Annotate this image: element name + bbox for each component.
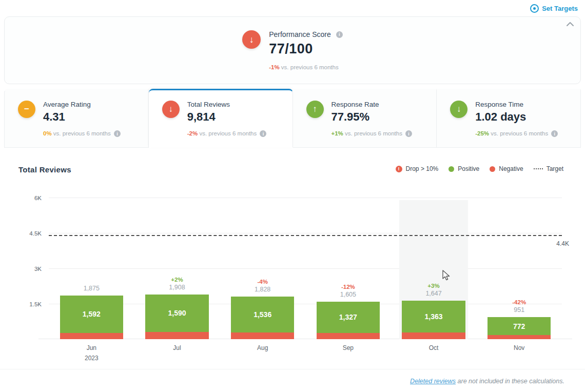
set-targets-link[interactable]: Set Targets [530,4,578,13]
collapse-chevron-icon[interactable] [565,20,575,30]
bar-sep[interactable]: 1,327 [317,302,380,340]
total-count-label: 1,908 [134,284,220,291]
x-label-sep: Sep [305,344,391,362]
legend-label: Drop > 10% [406,165,439,172]
total-count-label: 1,647 [391,290,477,297]
performance-trend-down-icon: ↓ [242,30,261,49]
bar-chart-plot: 1.5K3K4.5K6K1,5921,8751,5901,908+2%1,536… [49,187,562,339]
bar-slot-sep: 1,3271,605-12% [305,187,391,339]
performance-change-suffix: vs. previous 6 months [281,64,339,70]
bar-slot-aug: 1,5361,828-4% [220,187,305,339]
y-tick-label: 3K [34,266,42,272]
change-percent-label: -42% [476,299,562,305]
tab-label: Response Time [475,101,558,108]
month-label: Aug [220,344,305,351]
performance-score-value: 77/100 [269,41,343,57]
month-label: Nov [476,344,562,351]
negative-segment [60,333,123,340]
change-percent-label: -4% [220,279,305,285]
month-label: Sep [305,344,391,351]
info-icon[interactable]: i [336,31,343,38]
chart-legend: ! Drop > 10% Positive Negative Target [396,165,563,172]
positive-dot-icon [449,166,454,172]
negative-segment [145,332,208,340]
performance-change: -1% [269,64,279,70]
deleted-reviews-link[interactable]: Deleted reviews [410,378,456,385]
total-reviews-chart-section: Total Reviews ! Drop > 10% Positive Nega… [0,148,585,385]
tab-value: 77.95% [332,110,413,124]
tab-change: 0% [43,130,52,136]
positive-count-label: 1,592 [60,310,123,318]
info-icon[interactable]: i [260,130,266,137]
month-label: Jun [49,344,134,351]
tab-change-suffix: vs. previous 6 months [199,130,257,136]
footnote-text: are not included in these calculations. [456,378,564,385]
minus-icon: − [18,101,35,118]
y-tick-label: 4.5K [29,230,42,237]
bar-aug[interactable]: 1,536 [231,297,294,340]
tab-change: -2% [187,130,198,136]
total-count-label: 951 [476,306,562,313]
tab-change-line: 0% vs. previous 6 months i [43,130,121,137]
performance-change-line: -1% vs. previous 6 months [269,64,343,70]
negative-segment [488,335,551,339]
y-tick-label: 1.5K [29,301,42,307]
tab-value: 4.31 [43,110,121,124]
tab-change-line: -2% vs. previous 6 months i [187,130,267,137]
change-percent-label: +2% [134,277,220,283]
tab-average-rating[interactable]: − Average Rating 4.31 0% vs. previous 6 … [4,89,149,148]
info-icon[interactable]: i [551,130,558,137]
x-label-aug: Aug [220,344,305,362]
positive-count-label: 1,327 [317,313,380,321]
bar-jul[interactable]: 1,590 [145,295,208,339]
metric-tabs: − Average Rating 4.31 0% vs. previous 6 … [4,89,581,148]
bar-slots: 1,5921,8751,5901,908+2%1,5361,828-4%1,32… [49,187,562,339]
x-label-oct: Oct [391,344,477,362]
performance-score-panel: ↓ Performance Score i 77/100 -1% vs. pre… [4,16,581,84]
bar-slot-jul: 1,5901,908+2% [134,187,220,339]
target-icon [530,4,539,13]
positive-count-label: 1,363 [402,312,465,321]
tab-total-reviews[interactable]: ↓ Total Reviews 9,814 -2% vs. previous 6… [149,89,293,148]
info-icon[interactable]: i [114,130,121,137]
total-count-label: 1,875 [49,285,134,292]
negative-segment [402,332,465,339]
year-label: 2023 [49,355,134,362]
reviews-dashboard: Set Targets ↓ Performance Score i 77/100… [0,0,585,392]
total-count-label: 1,828 [220,286,305,293]
legend-item-target: Target [534,165,563,172]
tab-change-line: +1% vs. previous 6 months i [332,130,413,137]
change-percent-label: +3% [391,283,477,289]
positive-count-label: 772 [488,322,551,330]
bar-nov[interactable]: 772 [488,317,551,340]
footnote: Deleted reviews are not included in thes… [0,369,585,385]
x-label-jul: Jul [134,344,220,362]
change-percent-label: -12% [305,284,391,290]
tab-label: Average Rating [43,101,121,108]
tab-response-rate[interactable]: ↑ Response Rate 77.95% +1% vs. previous … [293,89,437,148]
tab-change-suffix: vs. previous 6 months [491,130,548,136]
bar-slot-jun: 1,5921,875 [49,187,134,339]
tab-response-time[interactable]: ↓ Response Time 1.02 days -25% vs. previ… [437,89,581,148]
y-tick-label: 6K [34,195,42,201]
legend-item-positive: Positive [449,165,479,172]
alert-icon: ! [396,166,402,172]
target-line [49,235,562,236]
tab-change-suffix: vs. previous 6 months [53,130,111,136]
legend-item-negative: Negative [490,165,523,172]
set-targets-label: Set Targets [542,5,578,12]
dashed-line-icon [534,168,543,169]
bar-jun[interactable]: 1,592 [60,296,123,340]
negative-segment [317,333,380,340]
tab-change: +1% [332,130,343,136]
info-icon[interactable]: i [405,130,412,137]
tab-change: -25% [475,130,489,136]
bar-oct[interactable]: 1,363 [402,301,465,339]
x-label-nov: Nov [476,344,562,362]
x-axis-labels: Jun2023JulAugSepOctNov [49,344,562,362]
month-label: Jul [134,344,220,351]
negative-dot-icon [490,166,495,172]
total-count-label: 1,605 [305,291,391,298]
negative-segment [231,332,294,339]
month-label: Oct [391,344,477,351]
